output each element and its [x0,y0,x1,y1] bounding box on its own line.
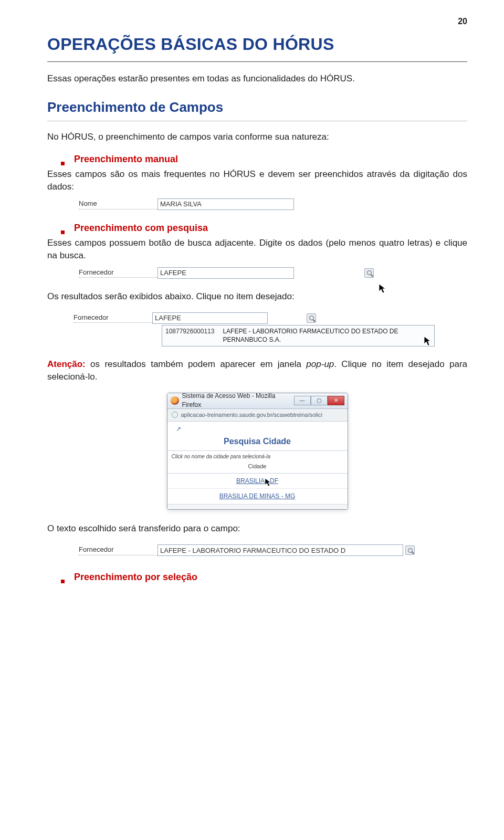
label-fornecedor-3: Fornecedor [79,545,158,555]
popup-link2-text: BRASILIA DE MINAS - MG [219,492,296,500]
globe-icon [172,412,178,418]
popup-titlebar: Sistema de Acesso Web - Mozilla Firefox … [167,393,348,409]
sub-manual-title: Preenchimento manual [74,153,178,166]
popup-url: aplicacao-treinamento.saude.gov.br/scawe… [181,411,322,419]
sub-pesquisa-title: Preenchimento com pesquisa [74,222,208,235]
label-nome: Nome [79,199,158,209]
label-fornecedor-2: Fornecedor [74,313,152,323]
bullet-icon [61,230,65,234]
bullet-manual: Preenchimento manual [61,153,467,166]
result-name: LAFEPE - LABORATORIO FARMACEUTICO DO EST… [223,327,431,345]
magnifier-icon [309,316,314,320]
popup-addressbar: aplicacao-treinamento.saude.gov.br/scawe… [167,409,348,422]
magnifier-icon [367,270,372,275]
input-fornecedor-2[interactable] [152,312,268,324]
result-dropdown-block: Fornecedor 10877926000113 LAFEPE - LABOR… [74,312,441,347]
input-fornecedor-full[interactable] [158,544,403,556]
field-nome-row: Nome [79,198,373,210]
search-button-3[interactable] [405,545,415,555]
sub-manual-text: Esses campos são os mais frequentes no H… [47,168,467,193]
atencao-text-1: os resultados também podem aparecer em j… [86,359,307,369]
maximize-button[interactable]: ▢ [311,396,328,405]
cursor-icon [265,478,272,490]
cursor-icon [424,336,432,349]
popup-column-header: Cidade [167,461,348,473]
popup-link1-text: BRASILIA - DF [236,477,278,485]
section-preenchimento-title: Preenchimento de Campos [47,98,467,117]
sub-pesquisa-text: Esses campos possuem botão de busca adja… [47,237,467,262]
field-fornecedor-row: Fornecedor [79,267,415,279]
minimize-button[interactable]: — [294,396,311,405]
atencao-paragraph: Atenção: os resultados também podem apar… [47,358,467,383]
dropdown-result-row[interactable]: 10877926000113 LAFEPE - LABORATORIO FARM… [162,325,435,347]
results-text: Os resultados serão exibidos abaixo. Cli… [47,290,467,303]
open-new-icon[interactable]: ↗ [167,422,348,435]
bullet-selecao: Preenchimento por seleção [61,571,467,584]
section-intro: No HÓRUS, o preenchimento de campos vari… [47,131,467,143]
firefox-icon [171,396,179,405]
input-nome[interactable] [158,198,294,210]
title-divider [47,61,467,62]
popup-link-brasilia-df[interactable]: BRASILIA - DF [167,474,348,489]
popup-statusbar [167,504,348,509]
popup-hint: Click no nome da cidade para selecioná-l… [167,451,348,461]
search-button[interactable] [364,268,374,278]
field-fornecedor-full-row: Fornecedor [79,544,415,556]
popup-link-brasilia-minas[interactable]: BRASILIA DE MINAS - MG [167,489,348,504]
atencao-label: Atenção: [47,359,86,369]
page-number: 20 [47,16,467,27]
bullet-icon [61,162,65,165]
popup-title-text: Sistema de Acesso Web - Mozilla Firefox [182,393,291,410]
page-title: OPERAÇÕES BÁSICAS DO HÓRUS [47,33,467,56]
close-button[interactable]: ✕ [328,396,344,405]
label-fornecedor: Fornecedor [79,268,158,278]
search-button-2[interactable] [307,313,316,323]
atencao-popup-word: pop-up [306,359,334,369]
bullet-icon [61,580,65,583]
section-divider [47,121,467,121]
input-fornecedor[interactable] [158,267,294,279]
bullet-pesquisa: Preenchimento com pesquisa [61,222,467,235]
transfer-text: O texto escolhido será transferido para … [47,522,467,535]
popup-window: Sistema de Acesso Web - Mozilla Firefox … [167,393,348,510]
magnifier-icon [408,548,413,553]
sub-selecao-title: Preenchimento por seleção [74,571,197,584]
intro-paragraph: Essas operações estarão presentes em tod… [47,72,467,85]
popup-heading: Pesquisa Cidade [167,435,348,451]
result-code: 10877926000113 [165,327,214,345]
